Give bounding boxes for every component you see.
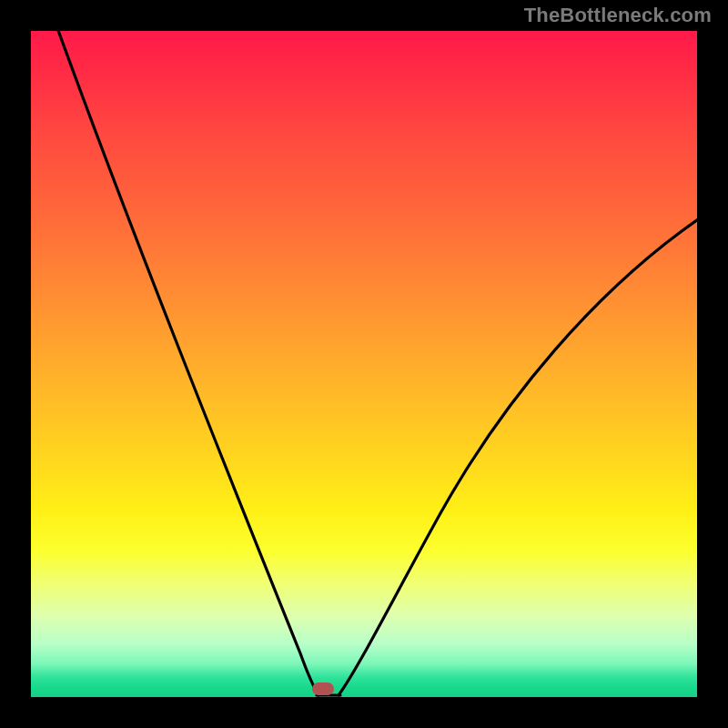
- optimal-marker: [312, 682, 334, 695]
- curve-right-segment: [339, 217, 697, 695]
- curve-left-segment: [56, 31, 318, 695]
- watermark-text: TheBottleneck.com: [524, 4, 712, 27]
- bottleneck-curve: [31, 31, 697, 697]
- plot-area: [31, 31, 697, 697]
- chart-frame: TheBottleneck.com: [0, 0, 728, 728]
